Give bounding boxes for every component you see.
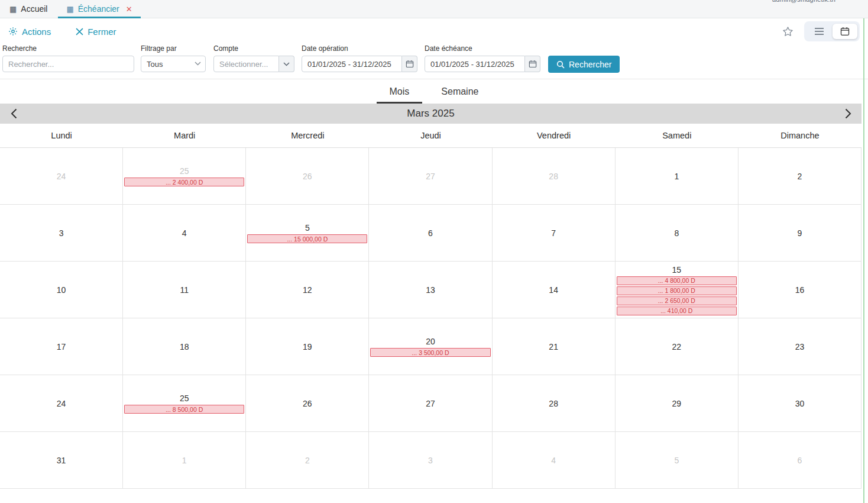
search-button[interactable]: Rechercher <box>548 56 620 73</box>
schedule-event[interactable]: ... 4 800,00 D <box>617 276 737 285</box>
chevron-down-icon <box>283 62 290 66</box>
day-number: 13 <box>370 284 491 296</box>
calendar-day-cell[interactable]: 6 <box>369 205 492 262</box>
calendar-day-cell[interactable]: 12 <box>246 262 369 318</box>
calendar-day-cell[interactable]: 9 <box>739 205 861 262</box>
due-date-field: Date échéance <box>425 44 540 72</box>
schedule-event[interactable]: ... 15 000,00 D <box>247 234 367 243</box>
calendar-day-cell[interactable]: 19 <box>246 318 369 375</box>
day-number: 18 <box>124 341 245 353</box>
calendar-day-cell[interactable]: 10 <box>0 262 123 318</box>
schedule-event[interactable]: ... 3 500,00 D <box>370 348 490 357</box>
tab-mois[interactable]: Mois <box>377 81 423 104</box>
schedule-event[interactable]: ... 2 400,00 D <box>124 178 244 186</box>
calendar-day-cell[interactable]: 30 <box>739 375 861 432</box>
day-number: 6 <box>739 454 860 466</box>
calendar-day-cell[interactable]: 25... 8 500,00 D <box>123 375 246 432</box>
calendar-day-cell[interactable]: 3 <box>369 432 492 489</box>
calendar-day-cell[interactable]: 28 <box>493 148 616 205</box>
calendar-day-cell[interactable]: 2 <box>739 148 861 205</box>
list-icon <box>814 27 824 36</box>
calendar-day-cell[interactable]: 5 <box>616 432 739 489</box>
day-number: 5 <box>616 454 737 466</box>
calendar-day-cell[interactable]: 3 <box>0 205 123 262</box>
schedule-event[interactable]: ... 410,00 D <box>617 307 737 315</box>
calendar-view-button[interactable] <box>833 24 857 39</box>
calendar-day-cell[interactable]: 20... 3 500,00 D <box>369 318 492 375</box>
filter-by-select[interactable] <box>141 56 206 72</box>
top-tab-bar: ▦ Accueil ▦ Échéancier ✕ admin@smagnetik… <box>0 0 868 18</box>
operation-date-picker-button[interactable] <box>402 56 417 72</box>
chevron-right-icon <box>845 108 851 119</box>
weekday-label: Mercredi <box>246 124 369 147</box>
day-number: 4 <box>493 454 614 466</box>
previous-month-button[interactable] <box>4 106 24 121</box>
due-date-picker-button[interactable] <box>525 56 540 72</box>
weekday-header-row: LundiMardiMercrediJeudiVendrediSamediDim… <box>0 124 861 148</box>
calendar-day-cell[interactable]: 16 <box>739 262 861 318</box>
weekday-label: Samedi <box>616 124 739 147</box>
calendar-day-cell[interactable]: 28 <box>493 375 616 432</box>
day-number: 6 <box>370 227 491 239</box>
close-tab-icon[interactable]: ✕ <box>126 5 132 14</box>
day-number: 14 <box>493 284 614 296</box>
calendar-day-cell[interactable]: 4 <box>123 205 246 262</box>
account-select[interactable] <box>213 56 279 72</box>
day-number: 31 <box>1 454 122 466</box>
table-icon: ▦ <box>66 5 73 13</box>
calendar-day-cell[interactable]: 22 <box>616 318 739 375</box>
schedule-event[interactable]: ... 8 500,00 D <box>124 405 244 414</box>
tab-echeancier[interactable]: ▦ Échéancier ✕ <box>57 0 141 18</box>
actions-menu-button[interactable]: Actions <box>8 27 51 37</box>
day-number: 25 <box>124 392 245 404</box>
calendar-day-cell[interactable]: 11 <box>123 262 246 318</box>
calendar-day-cell[interactable]: 15... 4 800,00 D... 1 800,00 D... 2 650,… <box>616 262 739 318</box>
calendar-day-cell[interactable]: 31 <box>0 432 123 489</box>
calendar-day-cell[interactable]: 13 <box>369 262 492 318</box>
search-input[interactable] <box>2 56 134 72</box>
calendar-day-cell[interactable]: 18 <box>123 318 246 375</box>
day-number: 9 <box>739 227 860 239</box>
calendar-day-cell[interactable]: 14 <box>493 262 616 318</box>
tab-accueil[interactable]: ▦ Accueil <box>0 0 57 18</box>
calendar-day-cell[interactable]: 26 <box>246 148 369 205</box>
calendar-day-cell[interactable]: 25... 2 400,00 D <box>123 148 246 205</box>
list-view-button[interactable] <box>807 24 831 39</box>
favorite-star-icon[interactable] <box>782 26 793 37</box>
calendar-day-cell[interactable]: 27 <box>369 148 492 205</box>
search-button-label: Rechercher <box>569 60 611 69</box>
operation-date-input[interactable] <box>302 56 402 72</box>
calendar-day-cell[interactable]: 17 <box>0 318 123 375</box>
calendar-day-cell[interactable]: 7 <box>493 205 616 262</box>
calendar-day-cell[interactable]: 6 <box>739 432 861 489</box>
day-number: 28 <box>493 170 614 182</box>
schedule-event[interactable]: ... 2 650,00 D <box>617 296 737 305</box>
day-number: 7 <box>493 227 614 239</box>
day-number: 30 <box>739 398 860 410</box>
calendar-day-cell[interactable]: 24 <box>0 148 123 205</box>
calendar-day-cell[interactable]: 21 <box>493 318 616 375</box>
calendar-day-cell[interactable]: 23 <box>739 318 861 375</box>
day-number: 5 <box>247 222 368 234</box>
schedule-event[interactable]: ... 1 800,00 D <box>617 286 737 295</box>
calendar-day-cell[interactable]: 4 <box>493 432 616 489</box>
user-email-truncated: admin@smagnetik.tn <box>772 0 835 3</box>
calendar-day-cell[interactable]: 27 <box>369 375 492 432</box>
calendar-day-cell[interactable]: 24 <box>0 375 123 432</box>
day-number: 2 <box>739 170 860 182</box>
tab-semaine[interactable]: Semaine <box>428 81 491 104</box>
calendar-day-cell[interactable]: 2 <box>246 432 369 489</box>
calendar-day-cell[interactable]: 8 <box>616 205 739 262</box>
day-number: 4 <box>124 227 245 239</box>
calendar-day-cell[interactable]: 1 <box>123 432 246 489</box>
weekday-label: Vendredi <box>493 124 616 147</box>
calendar-day-cell[interactable]: 26 <box>246 375 369 432</box>
next-month-button[interactable] <box>838 106 858 121</box>
calendar-day-cell[interactable]: 1 <box>616 148 739 205</box>
calendar-day-cell[interactable]: 5... 15 000,00 D <box>246 205 369 262</box>
fermer-button[interactable]: Fermer <box>76 27 116 37</box>
due-date-input[interactable] <box>425 56 525 72</box>
account-dropdown-button[interactable] <box>279 56 294 72</box>
day-number: 28 <box>493 398 614 410</box>
calendar-day-cell[interactable]: 29 <box>616 375 739 432</box>
